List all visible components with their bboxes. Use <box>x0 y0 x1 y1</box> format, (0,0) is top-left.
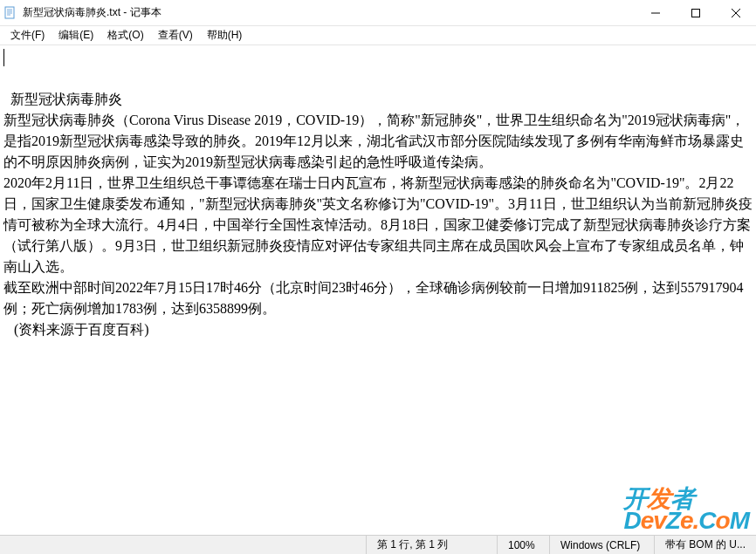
menu-view[interactable]: 查看(V) <box>151 26 200 44</box>
titlebar: 新型冠状病毒肺炎.txt - 记事本 <box>0 0 756 26</box>
maximize-button[interactable] <box>676 0 716 26</box>
text-cursor <box>3 49 4 66</box>
status-zoom: 100% <box>497 536 549 554</box>
menu-help[interactable]: 帮助(H) <box>200 26 250 44</box>
svg-rect-0 <box>5 7 14 18</box>
menu-file[interactable]: 文件(F) <box>3 26 52 44</box>
text-editor-area[interactable]: 新型冠状病毒肺炎 新型冠状病毒肺炎（Corona Virus Disease 2… <box>0 45 756 535</box>
menubar: 文件(F) 编辑(E) 格式(O) 查看(V) 帮助(H) <box>0 26 756 45</box>
minimize-button[interactable] <box>636 0 676 26</box>
titlebar-left: 新型冠状病毒肺炎.txt - 记事本 <box>0 5 162 20</box>
statusbar: 第 1 行, 第 1 列 100% Windows (CRLF) 带有 BOM … <box>0 535 756 554</box>
status-position: 第 1 行, 第 1 列 <box>366 536 497 554</box>
window-controls <box>636 0 756 25</box>
document-text: 新型冠状病毒肺炎 新型冠状病毒肺炎（Corona Virus Disease 2… <box>3 92 753 337</box>
notepad-icon <box>3 6 17 20</box>
status-encoding: 带有 BOM 的 U... <box>654 536 756 554</box>
window-title: 新型冠状病毒肺炎.txt - 记事本 <box>23 5 162 20</box>
menu-edit[interactable]: 编辑(E) <box>52 26 100 44</box>
status-lineending: Windows (CRLF) <box>549 536 654 554</box>
menu-format[interactable]: 格式(O) <box>100 26 150 44</box>
close-button[interactable] <box>716 0 756 26</box>
svg-rect-6 <box>692 10 700 17</box>
